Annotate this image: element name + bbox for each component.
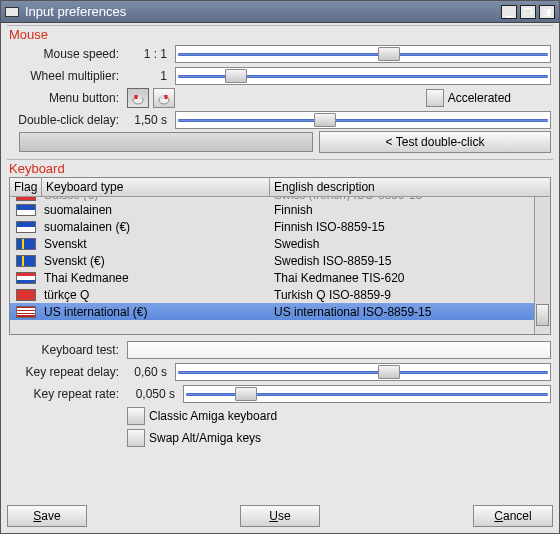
cancel-button[interactable]: Cancel — [473, 505, 553, 527]
table-row[interactable]: Thai KedmaneeThai Kedmanee TIS-620 — [10, 269, 534, 286]
key-repeat-rate-value: 0,050 s — [127, 387, 179, 401]
mouse-speed-slider[interactable] — [175, 45, 551, 63]
classic-amiga-label: Classic Amiga keyboard — [149, 409, 277, 423]
cell-type: US international (€) — [42, 305, 270, 319]
test-double-click-button[interactable]: < Test double-click — [319, 131, 551, 153]
table-row[interactable]: türkçe QTurkish Q ISO-8859-9 — [10, 286, 534, 303]
double-click-delay-value: 1,50 s — [127, 113, 171, 127]
header-flag[interactable]: Flag — [10, 178, 42, 196]
flag-icon — [16, 204, 36, 216]
slider-thumb[interactable] — [378, 365, 400, 379]
table-header: Flag Keyboard type English description — [10, 178, 550, 197]
table-row[interactable]: suomalainenFinnish — [10, 201, 534, 218]
classic-amiga-checkbox[interactable] — [127, 407, 145, 425]
system-menu-icon[interactable] — [5, 7, 19, 17]
swap-alt-amiga-checkbox[interactable] — [127, 429, 145, 447]
cell-type: Thai Kedmanee — [42, 271, 270, 285]
flag-icon — [16, 238, 36, 250]
key-repeat-rate-slider[interactable] — [183, 385, 551, 403]
header-desc[interactable]: English description — [270, 178, 550, 196]
cell-desc: Swedish ISO-8859-15 — [270, 254, 534, 268]
depth-icon[interactable]: ◨ — [539, 5, 555, 19]
table-row[interactable]: SvensktSwedish — [10, 235, 534, 252]
flag-icon — [16, 197, 36, 201]
keyboard-legend: Keyboard — [9, 161, 551, 176]
keyboard-test-label: Keyboard test: — [9, 343, 123, 357]
double-click-delay-slider[interactable] — [175, 111, 551, 129]
cell-desc: Thai Kedmanee TIS-620 — [270, 271, 534, 285]
key-repeat-delay-slider[interactable] — [175, 363, 551, 381]
accelerated-checkbox[interactable] — [426, 89, 444, 107]
mouse-group: Mouse Mouse speed: 1 : 1 Wheel multiplie… — [7, 25, 553, 157]
table-body[interactable]: Suisse (€)Swiss (french) ISO-8859-15suom… — [10, 197, 534, 334]
table-row[interactable]: US international (€)US international ISO… — [10, 303, 534, 320]
keyboard-table: Flag Keyboard type English description S… — [9, 177, 551, 335]
flag-icon — [16, 221, 36, 233]
cell-desc: US international ISO-8859-15 — [270, 305, 534, 319]
table-row[interactable]: suomalainen (€)Finnish ISO-8859-15 — [10, 218, 534, 235]
slider-thumb[interactable] — [235, 387, 257, 401]
table-row[interactable]: Suisse (€)Swiss (french) ISO-8859-15 — [10, 197, 534, 201]
window-title: Input preferences — [25, 4, 501, 19]
keyboard-test-input[interactable] — [127, 341, 551, 359]
cell-desc: Swedish — [270, 237, 534, 251]
cell-type: Svenskt (€) — [42, 254, 270, 268]
wheel-multiplier-slider[interactable] — [175, 67, 551, 85]
svg-rect-2 — [139, 95, 142, 99]
flag-icon — [16, 272, 36, 284]
window: Input preferences ▁ ❐ ◨ Mouse Mouse spee… — [0, 0, 560, 534]
button-bar: Save Use Cancel — [7, 499, 553, 527]
menu-button-label: Menu button: — [9, 91, 123, 105]
cell-type: suomalainen (€) — [42, 220, 270, 234]
flag-icon — [16, 255, 36, 267]
menu-button-right[interactable] — [153, 88, 175, 108]
cell-desc: Finnish — [270, 203, 534, 217]
wheel-multiplier-label: Wheel multiplier: — [9, 69, 123, 83]
keyboard-group: Keyboard Flag Keyboard type English desc… — [7, 159, 553, 497]
mouse-legend: Mouse — [9, 27, 50, 42]
svg-rect-4 — [161, 95, 164, 99]
cell-desc: Turkish Q ISO-8859-9 — [270, 288, 534, 302]
use-button[interactable]: Use — [240, 505, 320, 527]
cell-type: Svenskt — [42, 237, 270, 251]
cell-type: suomalainen — [42, 203, 270, 217]
wheel-multiplier-value: 1 — [127, 69, 171, 83]
zoom-icon[interactable]: ❐ — [520, 5, 536, 19]
cell-desc: Finnish ISO-8859-15 — [270, 220, 534, 234]
scrollbar[interactable] — [534, 197, 550, 334]
cell-type: türkçe Q — [42, 288, 270, 302]
save-button[interactable]: Save — [7, 505, 87, 527]
slider-thumb[interactable] — [378, 47, 400, 61]
titlebar[interactable]: Input preferences ▁ ❐ ◨ — [1, 1, 559, 23]
content: Mouse Mouse speed: 1 : 1 Wheel multiplie… — [1, 23, 559, 533]
key-repeat-delay-value: 0,60 s — [127, 365, 171, 379]
mouse-speed-label: Mouse speed: — [9, 47, 123, 61]
flag-icon — [16, 289, 36, 301]
scrollbar-thumb[interactable] — [536, 304, 549, 326]
cell-desc: Swiss (french) ISO-8859-15 — [270, 197, 534, 201]
key-repeat-delay-label: Key repeat delay: — [9, 365, 123, 379]
mouse-speed-value: 1 : 1 — [127, 47, 171, 61]
cell-type: Suisse (€) — [42, 197, 270, 201]
double-click-progress — [19, 132, 313, 152]
iconify-icon[interactable]: ▁ — [501, 5, 517, 19]
accelerated-label: Accelerated — [448, 91, 511, 105]
menu-button-left[interactable] — [127, 88, 149, 108]
double-click-delay-label: Double-click delay: — [9, 113, 123, 127]
slider-thumb[interactable] — [314, 113, 336, 127]
table-row[interactable]: Svenskt (€)Swedish ISO-8859-15 — [10, 252, 534, 269]
flag-icon — [16, 306, 36, 318]
header-type[interactable]: Keyboard type — [42, 178, 270, 196]
key-repeat-rate-label: Key repeat rate: — [9, 387, 123, 401]
svg-rect-5 — [165, 95, 168, 99]
swap-alt-amiga-label: Swap Alt/Amiga keys — [149, 431, 261, 445]
slider-thumb[interactable] — [225, 69, 247, 83]
svg-rect-1 — [135, 95, 138, 99]
